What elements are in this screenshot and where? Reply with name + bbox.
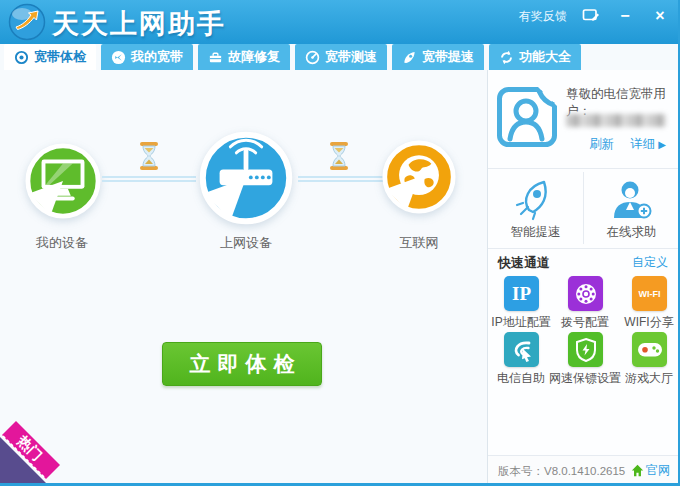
- router-label: 上网设备: [220, 234, 272, 252]
- minimize-button[interactable]: −: [615, 7, 635, 25]
- telecom-logo-icon: [510, 338, 534, 362]
- cycle-arrows-icon: [499, 50, 514, 65]
- toolbox-icon: [208, 50, 223, 65]
- gamepad-icon: [637, 341, 663, 359]
- tab-speed-up[interactable]: 宽带提速: [392, 44, 484, 70]
- my-broadband-icon: [111, 50, 126, 65]
- ip-config-icon[interactable]: IP: [504, 276, 539, 311]
- masked-account-number: [566, 114, 666, 127]
- my-device-node: [24, 142, 102, 220]
- doctor-icon: [609, 177, 655, 223]
- quick-item-label[interactable]: 网速保镖设置: [549, 370, 621, 387]
- divider: [488, 248, 678, 249]
- customize-link[interactable]: 自定义: [632, 254, 668, 271]
- tab-bar: 宽带体检 我的宽带 故障修复 宽带测速: [4, 44, 581, 70]
- rotary-dial-icon: [574, 282, 598, 306]
- checkup-icon: [14, 50, 29, 65]
- app-window: 天天上网助手 有奖反馈 − × 宽带体检 我的宽带: [0, 0, 680, 486]
- internet-node: [381, 139, 457, 215]
- quick-item-label[interactable]: IP地址配置: [491, 314, 550, 331]
- shield-icon: [574, 337, 598, 363]
- rocket-outline-icon: [513, 177, 559, 223]
- speedometer-icon: [305, 50, 320, 65]
- connection-line: [102, 176, 196, 178]
- user-avatar: [496, 86, 558, 148]
- sidebar: 尊敬的电信宽带用户： 刷新 详细▶ 智能提速: [487, 70, 678, 483]
- home-icon: [631, 464, 644, 477]
- quick-item-label[interactable]: 电信自助: [497, 370, 545, 387]
- tab-broadband-checkup[interactable]: 宽带体检: [4, 44, 96, 70]
- app-logo-icon: [8, 3, 46, 41]
- quick-item-label[interactable]: WIFI分享: [624, 314, 673, 331]
- hourglass-icon: [328, 142, 350, 170]
- check-now-button[interactable]: 立即体检: [162, 342, 322, 386]
- close-button[interactable]: ×: [650, 7, 670, 25]
- detail-arrow-icon: ▶: [658, 139, 666, 150]
- version-label: 版本号：V8.0.1410.2615: [498, 464, 625, 479]
- app-title: 天天上网助手: [52, 6, 226, 42]
- router-node: [198, 130, 294, 226]
- official-site-link[interactable]: 官网: [631, 462, 670, 479]
- tab-fault-repair[interactable]: 故障修复: [198, 44, 290, 70]
- feedback-icon[interactable]: [582, 8, 600, 24]
- quick-item-label[interactable]: 拨号配置: [561, 314, 609, 331]
- speed-guard-icon[interactable]: [568, 332, 603, 367]
- quick-channel-title: 快速通道: [498, 254, 550, 272]
- internet-label: 互联网: [400, 234, 439, 252]
- connection-line: [298, 180, 384, 182]
- dial-config-icon[interactable]: [568, 276, 603, 311]
- sidebar-footer: 版本号：V8.0.1410.2615 官网: [488, 455, 678, 483]
- tab-all-features[interactable]: 功能大全: [489, 44, 581, 70]
- connection-line: [298, 176, 384, 178]
- online-help-button[interactable]: 在线求助: [584, 168, 679, 248]
- smart-speedup-button[interactable]: 智能提速: [488, 168, 583, 248]
- feedback-link[interactable]: 有奖反馈: [519, 8, 567, 25]
- my-device-label: 我的设备: [36, 234, 88, 252]
- diagnosis-panel: 我的设备 上网设备: [0, 70, 487, 483]
- detail-link[interactable]: 详细▶: [630, 136, 666, 153]
- rocket-icon: [402, 50, 417, 65]
- hot-corner-ribbon[interactable]: 热门: [0, 411, 72, 483]
- refresh-link[interactable]: 刷新: [589, 136, 614, 153]
- tab-my-broadband[interactable]: 我的宽带: [101, 44, 193, 70]
- connection-line: [102, 180, 196, 182]
- wifi-share-icon[interactable]: WI-FI: [632, 276, 667, 311]
- tab-speed-test[interactable]: 宽带测速: [295, 44, 387, 70]
- game-hall-icon[interactable]: [632, 332, 667, 367]
- telecom-self-service-icon[interactable]: [504, 332, 539, 367]
- hourglass-icon: [138, 142, 160, 170]
- quick-item-label[interactable]: 游戏大厅: [625, 370, 673, 387]
- title-bar: 天天上网助手 有奖反馈 − ×: [0, 0, 680, 44]
